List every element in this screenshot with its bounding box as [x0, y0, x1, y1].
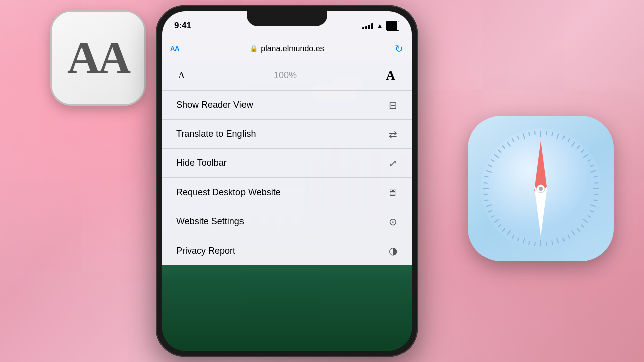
font-decrease-button[interactable]: A: [178, 70, 185, 81]
font-percent-display: 100%: [274, 70, 297, 81]
signal-bar-2: [365, 26, 367, 29]
menu-item-label-website-settings: Website Settings: [176, 216, 244, 227]
desktop-icon: 🖥: [387, 187, 397, 198]
signal-bar-4: [371, 23, 373, 29]
menu-item-translate[interactable]: Translate to English ⇄: [162, 120, 412, 149]
signal-icon: [362, 22, 373, 29]
url-text: plana.elmundo.es: [261, 44, 324, 53]
status-icons: ▲: [362, 21, 399, 31]
svg-line-17: [594, 194, 598, 195]
hide-toolbar-icon: ⤢: [389, 157, 397, 169]
menu-item-label-hide-toolbar: Hide Toolbar: [176, 158, 227, 168]
font-app-icon: AA: [50, 10, 146, 106]
wifi-icon: ▲: [376, 22, 383, 30]
svg-line-30: [546, 242, 547, 246]
status-time: 9:41: [174, 21, 191, 31]
svg-line-15: [594, 183, 598, 183]
menu-item-request-desktop[interactable]: Request Desktop Website 🖥: [162, 178, 412, 207]
svg-line-32: [535, 242, 535, 246]
url-bar: 🔒 plana.elmundo.es: [184, 44, 390, 53]
translate-icon: ⇄: [389, 128, 397, 140]
privacy-report-icon: ◑: [389, 245, 397, 257]
font-increase-button[interactable]: A: [386, 68, 395, 83]
refresh-button[interactable]: ↻: [395, 43, 404, 55]
safari-app-icon: [468, 116, 614, 261]
safari-compass-svg: [478, 126, 604, 251]
phone-notch: [247, 11, 327, 26]
phone-screen: 9:41 ▲ AA 🔒 plana.elmundo.es ↻: [162, 11, 412, 351]
svg-line-45: [484, 194, 488, 195]
signal-bar-3: [368, 25, 370, 29]
menu-item-privacy-report[interactable]: Privacy Report ◑: [162, 236, 412, 265]
menu-container: Show Reader View ⊟ Translate to English …: [162, 90, 412, 265]
website-settings-icon: ⊙: [389, 216, 397, 228]
address-bar[interactable]: AA 🔒 plana.elmundo.es ↻: [162, 36, 412, 61]
font-size-bar[interactable]: A 100% A: [162, 61, 412, 90]
aa-font-button[interactable]: AA: [170, 45, 179, 52]
lock-icon: 🔒: [250, 45, 258, 52]
menu-item-website-settings[interactable]: Website Settings ⊙: [162, 207, 412, 236]
phone-frame: 9:41 ▲ AA 🔒 plana.elmundo.es ↻: [156, 5, 418, 357]
svg-point-65: [539, 187, 543, 191]
menu-item-show-reader-view[interactable]: Show Reader View ⊟: [162, 90, 412, 120]
menu-item-label-translate: Translate to English: [176, 129, 256, 139]
svg-line-47: [484, 183, 488, 183]
menu-item-label-privacy-report: Privacy Report: [176, 246, 235, 256]
battery-icon: [386, 21, 399, 31]
menu-item-label-request-desktop: Request Desktop Website: [176, 187, 281, 198]
reader-view-icon: ⊟: [389, 99, 397, 111]
menu-item-label-show-reader-view: Show Reader View: [176, 100, 253, 110]
svg-line-60: [535, 131, 535, 135]
svg-line-2: [546, 131, 547, 135]
font-icon-text: AA: [67, 35, 129, 80]
menu-item-hide-toolbar[interactable]: Hide Toolbar ⤢: [162, 149, 412, 178]
signal-bar-1: [362, 27, 364, 29]
